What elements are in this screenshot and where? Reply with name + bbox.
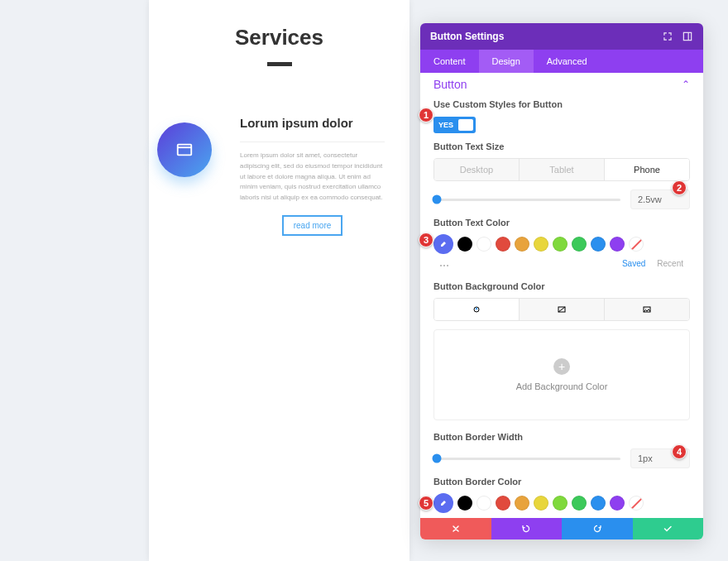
swatch-green[interactable] [572, 237, 587, 252]
card-divider [240, 141, 385, 142]
eyedropper-icon [438, 239, 448, 249]
undo-icon [521, 524, 531, 534]
swatch-purple[interactable] [610, 237, 625, 252]
annotation-badge-3: 3 [419, 233, 433, 247]
bg-type-color[interactable] [434, 299, 520, 320]
plus-icon: + [553, 358, 570, 375]
expand-icon[interactable] [662, 31, 673, 42]
device-tabs: Desktop Tablet Phone [433, 158, 690, 181]
redo-button[interactable] [562, 518, 633, 539]
settings-panel: Button Settings Content Design Advanced … [420, 23, 703, 539]
swatch-red[interactable] [496, 237, 510, 252]
close-icon [451, 524, 461, 534]
swatch-tab-saved[interactable]: Saved [622, 259, 645, 268]
swatch-tabs: Saved Recent [622, 259, 690, 268]
footer-bar [420, 518, 703, 539]
tab-content[interactable]: Content [420, 50, 479, 73]
redo-icon [592, 524, 602, 534]
label-text-color: Button Text Color [433, 218, 690, 228]
swatch-white-2[interactable] [477, 496, 491, 511]
page-title: Services [165, 25, 393, 50]
swatch-orange[interactable] [515, 237, 529, 252]
card-icon-circle [157, 122, 212, 177]
label-border-color: Button Border Color [433, 477, 690, 487]
border-color-swatches [433, 493, 690, 513]
panel-layout-icon[interactable] [682, 31, 693, 42]
annotation-badge-5: 5 [419, 496, 433, 511]
settings-tabs: Content Design Advanced [420, 50, 703, 73]
add-bg-label: Add Background Color [516, 381, 608, 391]
label-text-size: Button Text Size [433, 141, 690, 151]
annotation-badge-1: 1 [419, 108, 433, 122]
annotation-badge-4: 4 [672, 444, 687, 459]
device-desktop[interactable]: Desktop [434, 159, 520, 180]
image-icon [642, 304, 652, 314]
swatch-black-2[interactable] [457, 496, 472, 511]
read-more-button[interactable]: read more [282, 215, 343, 236]
bg-type-tabs [433, 298, 690, 321]
save-button[interactable] [633, 518, 704, 539]
svg-point-8 [645, 308, 647, 309]
swatch-picker-active-2[interactable] [433, 493, 453, 513]
border-width-slider[interactable] [433, 458, 620, 460]
swatch-black[interactable] [457, 237, 472, 252]
device-tablet[interactable]: Tablet [520, 159, 605, 180]
preview-panel: Services Lorum ipsum dolor Lorem ipsum d… [149, 0, 410, 561]
swatch-tab-recent[interactable]: Recent [657, 259, 683, 268]
toggle-text: YES [438, 121, 453, 129]
swatch-lime[interactable] [553, 237, 568, 252]
swatch-purple-2[interactable] [610, 496, 625, 511]
card-title: Lorum ipsum dolor [240, 116, 385, 130]
title-divider [267, 62, 292, 66]
swatch-more[interactable] [437, 261, 452, 270]
swatch-orange-2[interactable] [515, 496, 529, 511]
text-size-slider[interactable] [433, 199, 620, 201]
add-bg-well[interactable]: + Add Background Color [433, 329, 690, 420]
tab-advanced[interactable]: Advanced [534, 50, 601, 73]
label-border-width: Button Border Width [433, 432, 690, 442]
svg-line-6 [558, 307, 565, 312]
swatch-picker-active[interactable] [433, 234, 453, 254]
swatch-none[interactable] [629, 237, 644, 252]
label-bg-color: Button Background Color [433, 281, 690, 291]
text-color-swatches [433, 234, 690, 254]
device-phone[interactable]: Phone [605, 159, 689, 180]
annotation-badge-2: 2 [672, 180, 687, 195]
swatch-red-2[interactable] [496, 496, 510, 511]
svg-rect-2 [683, 32, 691, 40]
panel-body: Button ⌃ Use Custom Styles for Button YE… [420, 73, 703, 518]
panel-title: Button Settings [430, 31, 504, 42]
label-custom-styles: Use Custom Styles for Button [433, 99, 690, 109]
paint-icon [472, 304, 481, 314]
eyedropper-icon [438, 498, 448, 508]
panel-header: Button Settings [420, 23, 703, 50]
cancel-button[interactable] [420, 518, 491, 539]
swatch-blue[interactable] [591, 237, 606, 252]
swatch-blue-2[interactable] [591, 496, 606, 511]
swatch-yellow[interactable] [534, 237, 548, 252]
swatch-green-2[interactable] [572, 496, 587, 511]
swatch-white[interactable] [477, 237, 491, 252]
swatch-none-2[interactable] [629, 496, 644, 511]
toggle-custom-styles[interactable]: YES [433, 117, 476, 133]
svg-rect-0 [178, 145, 192, 156]
window-icon [175, 141, 194, 159]
swatch-lime-2[interactable] [553, 496, 568, 511]
undo-button[interactable] [491, 518, 563, 539]
bg-type-gradient[interactable] [520, 299, 605, 320]
service-card: Lorum ipsum dolor Lorem ipsum dolor sit … [165, 116, 393, 236]
gradient-icon [557, 304, 567, 314]
toggle-knob [458, 119, 473, 131]
card-text: Lorem ipsum dolor sit amet, consectetur … [240, 151, 385, 204]
chevron-up-icon: ⌃ [682, 79, 690, 90]
tab-design[interactable]: Design [479, 50, 534, 73]
section-button[interactable]: Button ⌃ [433, 78, 690, 91]
swatch-yellow-2[interactable] [534, 496, 548, 511]
bg-type-image[interactable] [605, 299, 689, 320]
check-icon [663, 524, 673, 534]
